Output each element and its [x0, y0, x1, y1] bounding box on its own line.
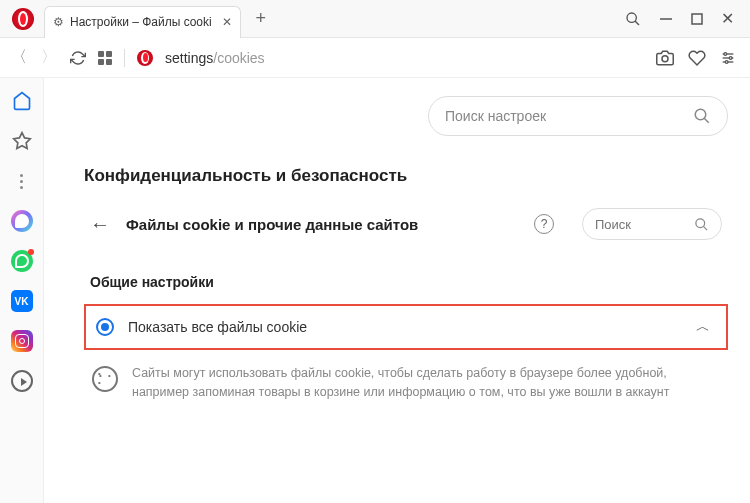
- section-title: Конфиденциальность и безопасность: [84, 166, 728, 186]
- radio-selected[interactable]: [96, 318, 114, 336]
- close-window-icon[interactable]: ✕: [721, 9, 734, 28]
- sidebar: VK: [0, 78, 44, 503]
- svg-point-4: [662, 55, 668, 61]
- vk-icon[interactable]: VK: [11, 290, 33, 312]
- cookie-icon: [92, 366, 118, 392]
- group-title: Общие настройки: [84, 274, 728, 290]
- speed-dial-icon[interactable]: [98, 51, 112, 65]
- svg-line-13: [704, 118, 709, 123]
- option-description: Сайты могут использовать файлы cookie, ч…: [132, 364, 720, 402]
- option-label: Показать все файлы cookie: [128, 319, 682, 335]
- svg-point-14: [696, 218, 705, 227]
- svg-marker-11: [13, 133, 30, 149]
- search-input[interactable]: [445, 108, 693, 124]
- back-arrow-icon[interactable]: ←: [90, 213, 110, 236]
- svg-point-10: [725, 60, 728, 63]
- url-base: settings: [165, 50, 213, 66]
- maximize-icon[interactable]: [691, 13, 703, 25]
- svg-point-12: [695, 109, 706, 120]
- opera-logo[interactable]: [12, 8, 34, 30]
- option-description-row: Сайты могут использовать файлы cookie, ч…: [84, 364, 728, 402]
- svg-line-1: [635, 21, 639, 25]
- player-icon[interactable]: [11, 370, 33, 392]
- back-button[interactable]: 〈: [10, 47, 28, 68]
- sub-search-input[interactable]: [595, 217, 694, 232]
- search-icon: [694, 217, 709, 232]
- home-icon[interactable]: [11, 90, 33, 112]
- snapshot-icon[interactable]: [656, 49, 674, 67]
- tab-title: Настройки – Файлы cooki: [70, 15, 212, 29]
- svg-rect-3: [692, 14, 702, 24]
- minimize-icon[interactable]: [659, 12, 673, 26]
- easy-setup-icon[interactable]: [720, 50, 736, 66]
- address-bar: 〈 〉 settings/cookies: [0, 38, 750, 78]
- search-icon: [693, 107, 711, 125]
- messenger-icon[interactable]: [11, 210, 33, 232]
- settings-search[interactable]: [428, 96, 728, 136]
- instagram-icon[interactable]: [11, 330, 33, 352]
- new-tab-button[interactable]: +: [249, 8, 273, 29]
- titlebar: ⚙ Настройки – Файлы cooki ✕ + ✕: [0, 0, 750, 38]
- url-path: /cookies: [213, 50, 264, 66]
- more-icon[interactable]: [11, 170, 33, 192]
- help-icon[interactable]: ?: [534, 214, 554, 234]
- subsection-search[interactable]: [582, 208, 722, 240]
- subsection-title: Файлы cookie и прочие данные сайтов: [126, 216, 518, 233]
- heart-icon[interactable]: [688, 49, 706, 67]
- whatsapp-icon[interactable]: [11, 250, 33, 272]
- svg-point-8: [724, 52, 727, 55]
- forward-button[interactable]: 〉: [40, 47, 58, 68]
- close-tab-icon[interactable]: ✕: [222, 15, 232, 29]
- opera-url-icon: [137, 50, 153, 66]
- subsection-header: ← Файлы cookie и прочие данные сайтов ?: [84, 208, 728, 240]
- svg-line-15: [703, 226, 707, 230]
- bookmark-icon[interactable]: [11, 130, 33, 152]
- divider: [124, 49, 125, 67]
- reload-icon[interactable]: [70, 50, 86, 66]
- search-icon[interactable]: [625, 11, 641, 27]
- settings-content: Конфиденциальность и безопасность ← Файл…: [44, 78, 750, 503]
- option-show-all-cookies[interactable]: Показать все файлы cookie ︿: [84, 304, 728, 350]
- svg-point-0: [627, 13, 636, 22]
- svg-point-9: [729, 56, 732, 59]
- chevron-up-icon[interactable]: ︿: [696, 318, 710, 336]
- browser-tab[interactable]: ⚙ Настройки – Файлы cooki ✕: [44, 6, 241, 38]
- gear-icon: ⚙: [53, 15, 64, 29]
- url-display[interactable]: settings/cookies: [165, 50, 644, 66]
- window-controls: ✕: [625, 9, 750, 28]
- notification-dot: [28, 249, 34, 255]
